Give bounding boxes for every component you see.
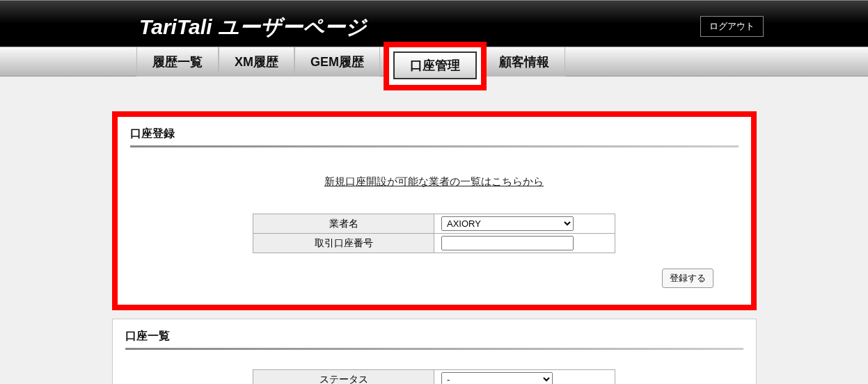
account-number-label: 取引口座番号 [253, 234, 434, 253]
tab-xm-history[interactable]: XM履歴 [219, 47, 294, 77]
register-form-table: 業者名 AXIORY 取引口座番号 [253, 214, 615, 253]
account-number-input[interactable] [441, 236, 574, 250]
list-title: 口座一覧 [125, 329, 743, 348]
divider [125, 348, 743, 350]
tab-customer-info[interactable]: 顧客情報 [483, 47, 565, 77]
broker-label: 業者名 [253, 214, 434, 234]
broker-list-link[interactable]: 新規口座開設が可能な業者の一覧はこちらから [324, 175, 544, 187]
tab-history-list[interactable]: 履歴一覧 [136, 47, 219, 77]
section-account-register: 口座登録 新規口座開設が可能な業者の一覧はこちらから 業者名 AXIORY 取引… [112, 111, 757, 310]
divider [130, 145, 739, 147]
status-select[interactable]: - [441, 372, 553, 384]
highlight-active-tab: 口座管理 [384, 42, 487, 90]
content-area: 口座登録 新規口座開設が可能な業者の一覧はこちらから 業者名 AXIORY 取引… [0, 77, 868, 384]
tab-gem-history[interactable]: GEM履歴 [294, 47, 380, 77]
register-submit-button[interactable]: 登録する [662, 269, 713, 288]
list-filter-table: ステータス - [253, 369, 615, 384]
broker-select[interactable]: AXIORY [441, 216, 574, 231]
tab-account-manage[interactable]: 口座管理 [393, 51, 477, 79]
header-bar: TariTali ユーザーページ ログアウト [0, 0, 868, 47]
section-account-list: 口座一覧 ステータス - [112, 319, 757, 384]
register-title: 口座登録 [130, 127, 739, 145]
page-title: TariTali ユーザーページ [139, 13, 367, 42]
status-label: ステータス [253, 370, 434, 385]
logout-button[interactable]: ログアウト [700, 16, 764, 37]
